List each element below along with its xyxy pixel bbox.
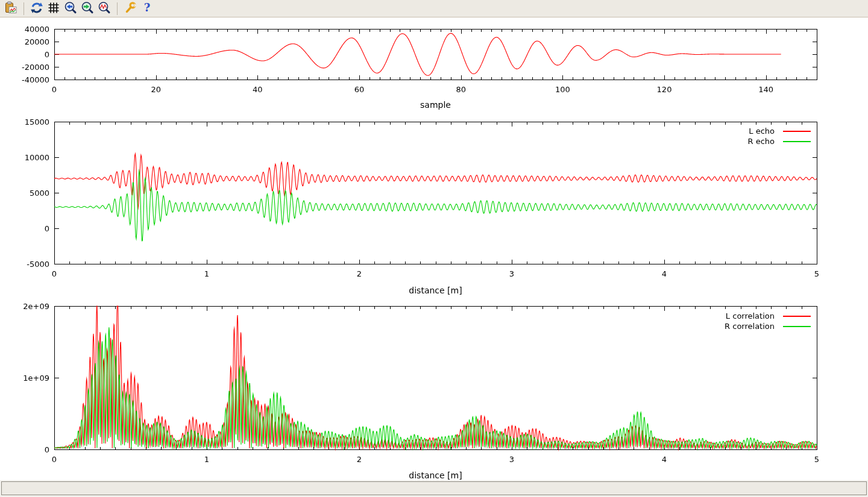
legend-label-r-correlation: R correlation [725,322,775,331]
plot-canvas[interactable] [0,18,868,480]
legend-line-r-correlation [783,326,811,327]
copy-to-clipboard-button[interactable] [3,1,19,16]
legend-entry-l-echo: L echo [747,127,811,135]
status-bar [0,480,868,497]
svg-text:?: ? [144,1,151,14]
toolbar: ? [0,0,868,17]
toolbar-separator [24,2,24,15]
help-button[interactable]: ? [139,1,155,16]
legend-line-l-echo [783,131,811,132]
legend-entry-r-echo: R echo [747,137,811,145]
autoscale-icon [98,1,111,16]
gnuplot-window: ? sample distance [m] distance [m] L ech… [0,0,868,497]
x-axis-label-distance-correlation: distance [m] [54,470,817,480]
legend-entry-r-correlation: R correlation [725,322,811,330]
autoscale-button[interactable] [96,1,112,16]
toolbar-separator [117,2,118,15]
legend-label-l-correlation: L correlation [726,311,775,320]
configure-button[interactable] [122,1,138,16]
zoom-previous-icon [64,1,77,16]
toggle-grid-button[interactable] [46,1,61,16]
zoom-next-icon [81,1,94,16]
plot-area: sample distance [m] distance [m] L echo … [0,18,868,480]
question-mark-icon: ? [140,1,154,16]
legend-line-r-echo [783,141,811,142]
x-axis-label-sample: sample [54,100,817,110]
legend-entry-l-correlation: L correlation [725,312,811,320]
legend-echo: L echo R echo [747,127,811,145]
legend-line-l-correlation [783,316,811,317]
zoom-next-button[interactable] [80,1,95,16]
grid-icon [47,1,60,16]
clipboard-copy-icon [4,1,17,16]
status-text [1,481,867,495]
legend-correlation: L correlation R correlation [725,312,811,330]
legend-label-r-echo: R echo [747,137,775,146]
refresh-icon [30,1,43,16]
wrench-icon [124,1,137,16]
replot-button[interactable] [29,1,45,16]
x-axis-label-distance-echo: distance [m] [54,286,817,295]
zoom-previous-button[interactable] [63,1,78,16]
legend-label-l-echo: L echo [749,127,775,136]
